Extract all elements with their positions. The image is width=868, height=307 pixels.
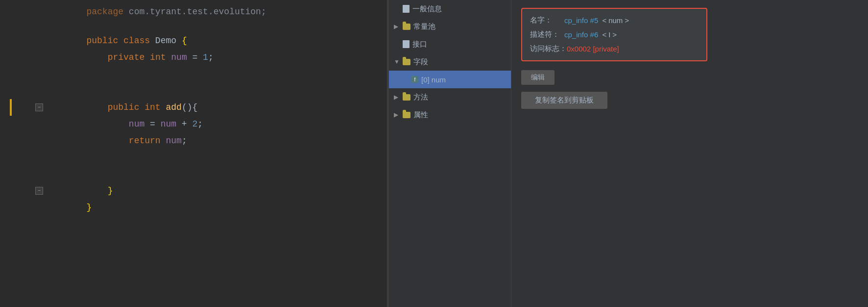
tree-arrow-methods: ▶ bbox=[394, 94, 401, 101]
code-editor: package com.tyrant.test.evolution; publi… bbox=[0, 0, 387, 307]
tree-arrow-attributes: ▶ bbox=[394, 111, 401, 118]
info-row-access-flag: 访问标志： 0x0002 [private] bbox=[530, 44, 699, 53]
tree-label-methods: 方法 bbox=[413, 93, 428, 102]
edit-button[interactable]: 编辑 bbox=[521, 70, 555, 85]
tree-item-constant-pool[interactable]: ▶ 常量池 bbox=[389, 18, 511, 35]
doc-icon-general bbox=[403, 5, 410, 13]
tree-arrow-constant-pool: ▶ bbox=[394, 23, 401, 30]
angle-close-2: > bbox=[612, 30, 617, 39]
link-cp-info-5[interactable]: cp_info #5 bbox=[564, 16, 598, 25]
copy-signature-button[interactable]: 复制签名到剪贴板 bbox=[521, 92, 607, 109]
field-icon-num: f bbox=[411, 76, 418, 83]
tree-label-interface: 接口 bbox=[412, 40, 427, 49]
label-name: 名字： bbox=[530, 16, 564, 25]
doc-icon-interface bbox=[403, 40, 410, 48]
label-access-flag: 访问标志： bbox=[530, 44, 567, 53]
info-row-name: 名字： cp_info #5 < num > bbox=[530, 16, 699, 25]
tree-label-field-num: [0] num bbox=[421, 76, 446, 84]
value-descriptor: I bbox=[608, 30, 610, 39]
tree-item-attributes[interactable]: ▶ 属性 bbox=[389, 106, 511, 124]
fold-icon-close[interactable]: − bbox=[35, 187, 43, 195]
tree-label-constant-pool: 常量池 bbox=[413, 22, 435, 31]
class-close-brace: } bbox=[44, 185, 92, 230]
tree-item-fields[interactable]: ▼ 字段 bbox=[389, 53, 511, 71]
folder-icon-attributes bbox=[403, 112, 410, 118]
tree-item-field-num[interactable]: f [0] num bbox=[389, 71, 511, 88]
angle-close-1: > bbox=[625, 16, 629, 25]
value-name: num bbox=[608, 16, 623, 25]
tree-arrow-fields: ▼ bbox=[394, 58, 401, 65]
angle-open-1: < bbox=[600, 16, 606, 25]
angle-open-2: < bbox=[600, 30, 606, 39]
tree-label-attributes: 属性 bbox=[413, 110, 428, 120]
value-access-flag: 0x0002 [private] bbox=[567, 45, 619, 53]
folder-icon-fields bbox=[403, 59, 410, 65]
class-tree-panel: 一般信息 ▶ 常量池 接口 ▼ 字段 f [0] num ▶ 方法 ▶ 属性 bbox=[389, 0, 511, 307]
tree-item-interface[interactable]: 接口 bbox=[389, 35, 511, 53]
field-info-panel: 名字： cp_info #5 < num > 描述符： cp_info #6 <… bbox=[511, 0, 868, 307]
info-row-descriptor: 描述符： cp_info #6 < I > bbox=[530, 30, 699, 39]
tree-label-general-info: 一般信息 bbox=[412, 4, 442, 14]
field-detail-box: 名字： cp_info #5 < num > 描述符： cp_info #6 <… bbox=[521, 8, 707, 61]
tree-label-fields: 字段 bbox=[413, 57, 428, 67]
folder-icon-constant-pool bbox=[403, 24, 410, 30]
tree-item-methods[interactable]: ▶ 方法 bbox=[389, 88, 511, 106]
fold-icon[interactable]: − bbox=[35, 103, 43, 111]
tree-item-general-info[interactable]: 一般信息 bbox=[389, 0, 511, 18]
link-cp-info-6[interactable]: cp_info #6 bbox=[564, 30, 598, 39]
label-descriptor: 描述符： bbox=[530, 30, 564, 39]
folder-icon-methods bbox=[403, 94, 410, 101]
